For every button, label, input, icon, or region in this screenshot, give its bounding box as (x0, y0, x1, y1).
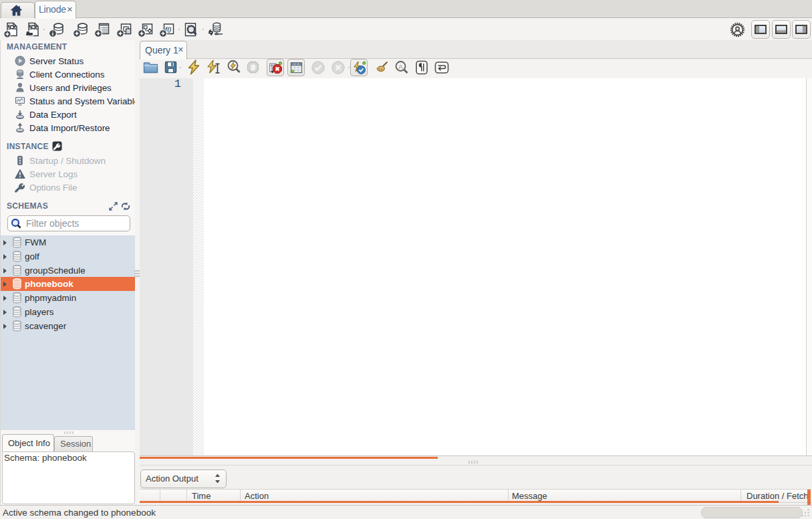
svg-text:A: A (398, 63, 403, 70)
